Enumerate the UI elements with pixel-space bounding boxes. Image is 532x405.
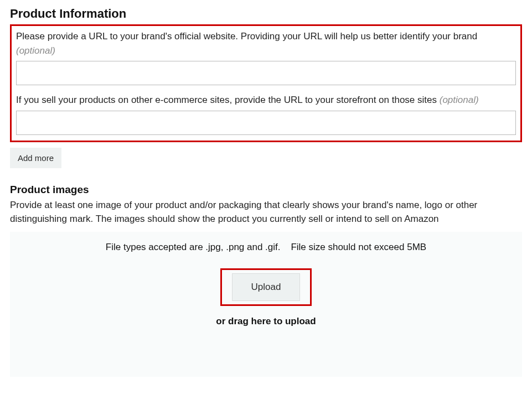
product-images-description: Provide at least one image of your produ… — [10, 198, 522, 226]
url-fields-highlight: Please provide a URL to your brand's off… — [10, 24, 522, 142]
brand-url-label: Please provide a URL to your brand's off… — [16, 29, 516, 58]
storefront-url-optional: (optional) — [440, 95, 479, 105]
upload-button-highlight: Upload — [220, 268, 312, 306]
upload-button[interactable]: Upload — [232, 273, 301, 301]
drag-hint-text: or drag here to upload — [16, 316, 516, 327]
storefront-url-label-text: If you sell your products on other e-com… — [16, 95, 437, 105]
brand-url-label-text: Please provide a URL to your brand's off… — [16, 31, 477, 41]
product-images-heading: Product images — [10, 184, 522, 196]
add-more-button[interactable]: Add more — [10, 148, 61, 168]
file-type-hint: File types accepted are .jpg, .png and .… — [16, 242, 516, 253]
product-information-heading: Product Information — [10, 7, 522, 21]
upload-dropzone[interactable]: File types accepted are .jpg, .png and .… — [10, 232, 522, 377]
brand-url-field-group: Please provide a URL to your brand's off… — [16, 29, 516, 85]
storefront-url-label: If you sell your products on other e-com… — [16, 93, 516, 107]
brand-url-input[interactable] — [16, 61, 516, 85]
storefront-url-field-group: If you sell your products on other e-com… — [16, 93, 516, 135]
storefront-url-input[interactable] — [16, 111, 516, 135]
brand-url-optional: (optional) — [16, 45, 55, 56]
